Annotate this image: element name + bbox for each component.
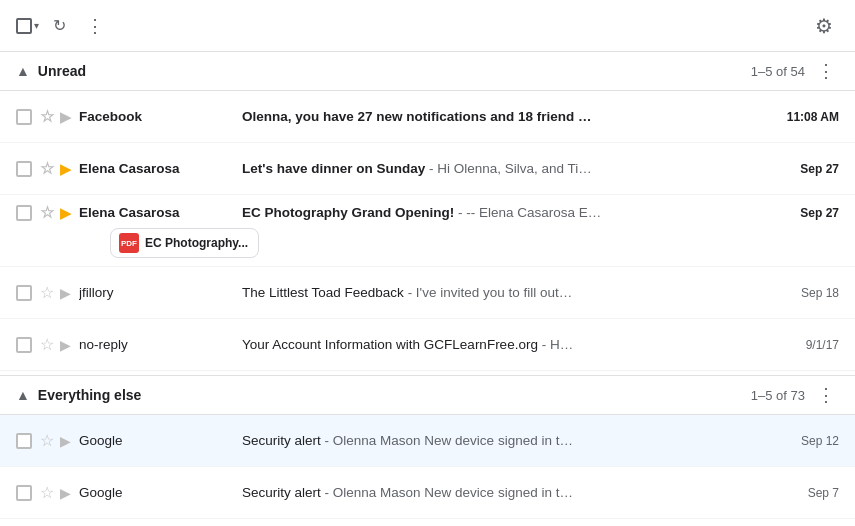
email-preview: - H… [542, 337, 574, 352]
star-icon[interactable]: ☆ [40, 283, 54, 302]
attachment-label: EC Photography... [145, 236, 248, 250]
email-preview: - Olenna Mason New device signed in t… [325, 433, 573, 448]
email-body: EC Photography Grand Opening! - -- Elena… [234, 205, 784, 220]
email-subject: EC Photography Grand Opening! [242, 205, 454, 220]
select-all-chevron-icon[interactable]: ▾ [34, 20, 39, 31]
email-body: Olenna, you have 27 new notifications an… [234, 109, 784, 124]
email-preview: - Olenna Mason New device signed in t… [325, 485, 573, 500]
arrow-icon: ▶ [60, 285, 71, 301]
email-row[interactable]: ☆ ▶ Google Security alert - Olenna Mason… [0, 467, 855, 519]
email-checkbox[interactable] [16, 337, 32, 353]
star-icon[interactable]: ☆ [40, 203, 54, 222]
everything-else-collapse-icon[interactable]: ▲ [16, 387, 30, 403]
email-checkbox[interactable] [16, 161, 32, 177]
star-icon[interactable]: ☆ [40, 159, 54, 178]
email-row[interactable]: ☆ ▶ Facebook Olenna, you have 27 new not… [0, 91, 855, 143]
email-body: The Littlest Toad Feedback - I've invite… [234, 285, 784, 300]
arrow-icon: ▶ [60, 485, 71, 501]
email-row[interactable]: ☆ ▶ Elena Casarosa Let's have dinner on … [0, 143, 855, 195]
email-body: Security alert - Olenna Mason New device… [234, 485, 784, 500]
email-timestamp: 11:08 AM [784, 110, 839, 124]
select-all-checkbox[interactable] [16, 18, 32, 34]
email-timestamp: Sep 7 [784, 486, 839, 500]
email-subject: Security alert [242, 485, 321, 500]
everything-else-section-title: Everything else [38, 387, 142, 403]
more-toolbar-button[interactable]: ⋮ [80, 9, 110, 43]
star-icon[interactable]: ☆ [40, 335, 54, 354]
arrow-icon: ▶ [60, 109, 71, 125]
more-toolbar-icon: ⋮ [86, 15, 104, 37]
everything-else-section-header: ▲ Everything else 1–5 of 73 ⋮ [0, 375, 855, 415]
sender-name: Facebook [79, 109, 234, 124]
email-checkbox[interactable] [16, 205, 32, 221]
everything-else-section-meta: 1–5 of 73 ⋮ [751, 382, 839, 408]
star-icon[interactable]: ☆ [40, 107, 54, 126]
gear-icon: ⚙ [815, 15, 833, 37]
gear-button[interactable]: ⚙ [809, 8, 839, 44]
unread-section-title: Unread [38, 63, 86, 79]
email-preview: - Hi Olenna, Silva, and Ti… [429, 161, 592, 176]
arrow-icon: ▶ [60, 433, 71, 449]
arrow-icon: ▶ [60, 205, 71, 221]
unread-count-label: 1–5 of 54 [751, 64, 805, 79]
star-icon[interactable]: ☆ [40, 431, 54, 450]
email-timestamp: Sep 27 [784, 206, 839, 220]
email-preview: - I've invited you to fill out… [408, 285, 573, 300]
everything-else-section-left: ▲ Everything else [16, 387, 751, 403]
email-row[interactable]: ☆ ▶ Google Security alert - Olenna Mason… [0, 415, 855, 467]
sender-name: Google [79, 485, 234, 500]
sender-name: Elena Casarosa [79, 161, 234, 176]
everything-else-count-label: 1–5 of 73 [751, 388, 805, 403]
pdf-icon: PDF [119, 233, 139, 253]
email-subject: Olenna, you have 27 new notifications an… [242, 109, 592, 124]
email-body: Security alert - Olenna Mason New device… [234, 433, 784, 448]
email-row[interactable]: ☆ ▶ no-reply Your Account Information wi… [0, 319, 855, 371]
email-subject: Let's have dinner on Sunday [242, 161, 425, 176]
email-checkbox[interactable] [16, 433, 32, 449]
email-subject: The Littlest Toad Feedback [242, 285, 404, 300]
arrow-icon: ▶ [60, 161, 71, 177]
email-row[interactable]: ☆ ▶ jfillory The Littlest Toad Feedback … [0, 267, 855, 319]
email-timestamp: Sep 12 [784, 434, 839, 448]
refresh-icon: ↻ [53, 16, 66, 35]
star-icon[interactable]: ☆ [40, 483, 54, 502]
unread-section-meta: 1–5 of 54 ⋮ [751, 58, 839, 84]
unread-collapse-icon[interactable]: ▲ [16, 63, 30, 79]
email-timestamp: 9/1/17 [784, 338, 839, 352]
email-subject: Your Account Information with GCFLearnFr… [242, 337, 538, 352]
select-all-checkbox-wrapper[interactable]: ▾ [16, 18, 39, 34]
email-checkbox[interactable] [16, 109, 32, 125]
email-body: Let's have dinner on Sunday - Hi Olenna,… [234, 161, 784, 176]
toolbar-left: ▾ ↻ ⋮ [16, 9, 110, 43]
sender-name: jfillory [79, 285, 234, 300]
unread-section-left: ▲ Unread [16, 63, 751, 79]
toolbar: ▾ ↻ ⋮ ⚙ [0, 0, 855, 52]
email-subject: Security alert [242, 433, 321, 448]
sender-name: no-reply [79, 337, 234, 352]
email-row[interactable]: ☆ ▶ Elena Casarosa EC Photography Grand … [0, 195, 855, 267]
email-body: Your Account Information with GCFLearnFr… [234, 337, 784, 352]
email-preview: - -- Elena Casarosa E… [458, 205, 601, 220]
sender-name: Elena Casarosa [79, 205, 234, 220]
everything-else-more-icon[interactable]: ⋮ [813, 382, 839, 408]
email-timestamp: Sep 27 [784, 162, 839, 176]
unread-section-header: ▲ Unread 1–5 of 54 ⋮ [0, 52, 855, 91]
unread-more-icon[interactable]: ⋮ [813, 58, 839, 84]
sender-name: Google [79, 433, 234, 448]
attachment-area: PDF EC Photography... [16, 222, 839, 262]
email-checkbox[interactable] [16, 285, 32, 301]
attachment-chip[interactable]: PDF EC Photography... [110, 228, 259, 258]
arrow-icon: ▶ [60, 337, 71, 353]
email-checkbox[interactable] [16, 485, 32, 501]
email-timestamp: Sep 18 [784, 286, 839, 300]
refresh-button[interactable]: ↻ [47, 10, 72, 41]
